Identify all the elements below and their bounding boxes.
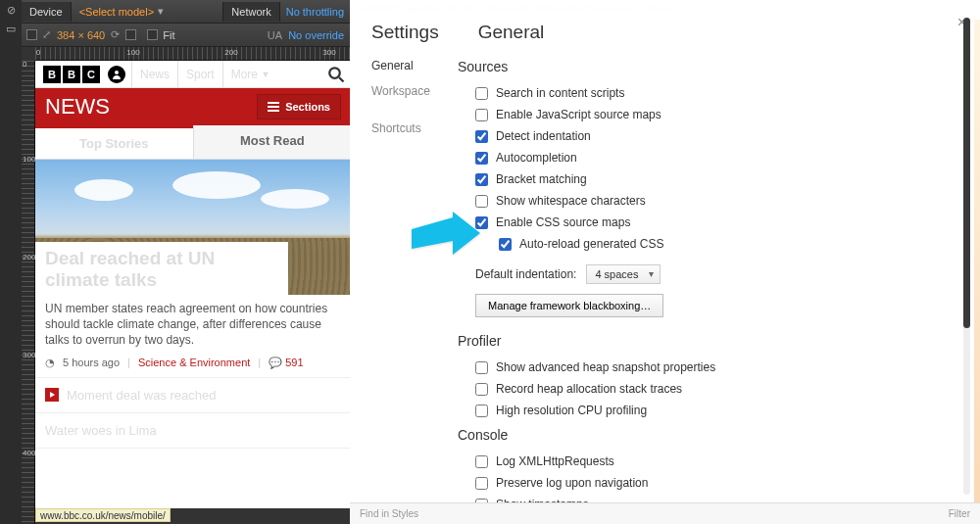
opt-heap-traces[interactable]: Record heap allocation stack traces — [458, 378, 941, 400]
device-select[interactable]: <Select model> — [72, 6, 162, 18]
svg-point-1 — [329, 68, 340, 78]
checkbox[interactable] — [475, 361, 488, 374]
settings-content: Sources Search in content scripts Enable… — [458, 53, 980, 508]
ua-select[interactable]: No override — [288, 29, 350, 41]
signin-icon[interactable] — [108, 66, 125, 83]
opt-label: Bracket matching — [496, 172, 587, 186]
tab-top-stories[interactable]: Top Stories — [35, 125, 193, 159]
search-icon[interactable] — [327, 66, 345, 83]
status-url: www.bbc.co.uk/news/mobile/ — [35, 508, 171, 522]
opt-heap-props[interactable]: Show advanced heap snapshot properties — [458, 357, 941, 378]
opt-js-source-maps[interactable]: Enable JavaScript source maps — [458, 104, 941, 125]
comment-count: 591 — [285, 357, 303, 368]
checkbox[interactable] — [475, 195, 488, 208]
bbc-logo[interactable]: B B C — [35, 66, 108, 83]
checkbox[interactable] — [475, 477, 488, 490]
related-link-1[interactable]: Moment deal was reached — [35, 378, 351, 413]
ruler-tick: 200 — [23, 253, 35, 262]
checkbox[interactable] — [475, 130, 488, 143]
opt-label: Show advanced heap snapshot properties — [496, 360, 715, 374]
dimensions-toolbar: ⤢ 384 × 640 ⟳ Fit UA No override — [22, 24, 350, 47]
nav-news[interactable]: News — [131, 61, 177, 87]
section-sources-title: Sources — [458, 59, 941, 74]
ruler-tick: 200 — [224, 48, 237, 57]
nav-shortcuts[interactable]: Shortcuts — [371, 116, 458, 141]
opt-bracket-matching[interactable]: Bracket matching — [458, 168, 941, 190]
indent-select[interactable]: 4 spaces — [586, 264, 661, 284]
device-icon[interactable]: ▭ — [6, 23, 16, 35]
sections-label: Sections — [285, 101, 330, 113]
checkbox[interactable] — [499, 238, 512, 251]
opt-label: Search in content scripts — [496, 86, 624, 100]
play-icon — [45, 388, 59, 402]
find-in-styles[interactable]: Find in Styles — [360, 508, 418, 519]
blackbox-button[interactable]: Manage framework blackboxing… — [475, 294, 663, 317]
nav-sport[interactable]: Sport — [177, 61, 222, 87]
filter-label[interactable]: Filter — [949, 508, 970, 519]
checkbox[interactable] — [475, 455, 488, 468]
device-label: Device — [22, 2, 72, 22]
checkbox[interactable] — [475, 109, 488, 121]
scrollbar[interactable] — [963, 18, 970, 495]
devtools-bottombar: Find in Styles Filter — [350, 502, 980, 524]
opt-log-xhr[interactable]: Log XMLHttpRequests — [458, 451, 941, 472]
opt-label: Auto-reload generated CSS — [519, 237, 663, 251]
opt-preserve-log[interactable]: Preserve log upon navigation — [458, 472, 941, 494]
checkbox[interactable] — [475, 383, 488, 396]
zoom-box[interactable] — [125, 29, 136, 40]
bbc-header: B B C News Sport More ▼ — [35, 61, 351, 88]
settings-nav: General Workspace Shortcuts — [371, 53, 458, 508]
swap-checkbox[interactable] — [26, 29, 37, 40]
scroll-thumb[interactable] — [963, 18, 970, 328]
headline-box: Deal reached at UN climate talks — [35, 242, 288, 295]
opt-label: Record heap allocation stack traces — [496, 382, 682, 396]
checkbox[interactable] — [475, 152, 488, 165]
opt-auto-reload-css[interactable]: Auto-reload generated CSS — [458, 233, 941, 255]
svg-marker-3 — [412, 212, 480, 255]
hero-article[interactable]: Deal reached at UN climate talks — [35, 160, 351, 295]
opt-label: Log XMLHttpRequests — [496, 454, 614, 468]
inspect-icon[interactable]: ⊘ — [7, 4, 16, 17]
nav-more-label: More — [231, 68, 258, 81]
opt-autocompletion[interactable]: Autocompletion — [458, 147, 941, 168]
news-tabs: Top Stories Most Read — [35, 125, 351, 160]
nav-workspace[interactable]: Workspace — [371, 78, 458, 104]
checkbox[interactable] — [475, 405, 488, 417]
checkbox[interactable] — [475, 173, 488, 186]
rotate-icon[interactable]: ⟳ — [111, 28, 120, 41]
checkbox[interactable] — [475, 87, 488, 100]
section-console-title: Console — [458, 427, 941, 443]
opt-label: Enable CSS source maps — [496, 215, 630, 229]
ruler-tick: 0 — [23, 60, 26, 69]
nav-general[interactable]: General — [371, 53, 458, 78]
opt-css-source-maps[interactable]: Enable CSS source maps — [458, 212, 941, 233]
ruler-tick: 300 — [322, 48, 335, 57]
opt-search-content-scripts[interactable]: Search in content scripts — [458, 82, 941, 104]
ruler-horizontal: 0 100 200 300 — [35, 47, 350, 61]
network-select[interactable]: No throttling — [280, 6, 350, 18]
fit-checkbox[interactable] — [147, 29, 158, 40]
indent-label: Default indentation: — [475, 267, 576, 281]
chevron-down-icon[interactable]: ▾ — [158, 5, 164, 18]
meta-category[interactable]: Science & Environment — [138, 357, 250, 368]
opt-whitespace[interactable]: Show whitespace characters — [458, 190, 941, 212]
opt-detect-indentation[interactable]: Detect indentation — [458, 125, 941, 147]
ruler-tick: 100 — [23, 155, 35, 164]
bbc-logo-b: B — [63, 66, 80, 83]
svg-line-2 — [339, 77, 344, 82]
related-link-2[interactable]: Water woes in Lima — [35, 413, 351, 449]
swap-icon[interactable]: ⤢ — [42, 28, 51, 41]
settings-header: Settings General — [350, 0, 980, 53]
sections-button[interactable]: Sections — [257, 94, 341, 119]
opt-label: Detect indentation — [496, 129, 591, 143]
meta-comments[interactable]: 💬591 — [269, 357, 303, 369]
tab-most-read[interactable]: Most Read — [193, 125, 352, 159]
devtools-sidebar: ⊘ ▭ — [0, 0, 22, 524]
clipped-panel — [974, 20, 980, 502]
viewport[interactable]: B B C News Sport More ▼ NEWS — [35, 61, 351, 508]
dimensions-value[interactable]: 384 × 640 — [57, 29, 105, 41]
ruler-tick: 300 — [23, 351, 35, 359]
bbc-logo-c: C — [82, 66, 100, 83]
opt-high-res-cpu[interactable]: High resolution CPU profiling — [458, 400, 941, 421]
nav-more[interactable]: More ▼ — [222, 61, 278, 87]
